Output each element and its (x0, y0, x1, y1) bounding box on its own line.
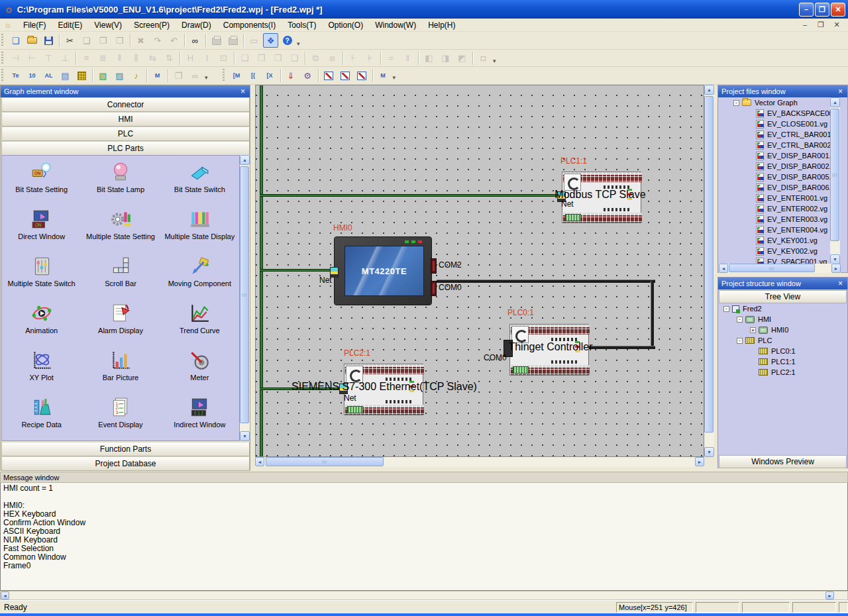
project-structure-window-title[interactable]: Project structure window × (718, 278, 847, 289)
tree-item-plc1-1[interactable]: PLC1:1 (719, 356, 847, 367)
message-window-hscrollbar[interactable]: ◄ ► (0, 591, 848, 600)
tree-item-hmi0[interactable]: +HMI0 (719, 325, 847, 335)
note-tag-button[interactable]: ▤ (58, 68, 73, 83)
expand-icon[interactable]: + (750, 327, 756, 333)
menu-file[interactable]: File(F) (17, 19, 52, 31)
section-function-parts[interactable]: Function Parts (1, 442, 250, 456)
part-multiple-state-switch[interactable]: Multiple State Switch (2, 251, 81, 298)
restore-button[interactable]: ❐ (815, 3, 829, 17)
part-recipe-data[interactable]: Recipe Data (2, 392, 81, 439)
macro-button[interactable]: M (150, 68, 165, 83)
part-multiple-state-display[interactable]: Multiple State Display (160, 204, 239, 251)
macro-window-button[interactable]: M (376, 68, 391, 83)
toolbar-grip[interactable] (223, 69, 227, 82)
tree-item-plc2-1[interactable]: PLC2:1 (719, 367, 847, 378)
help-button[interactable]: ? (280, 33, 295, 48)
collapse-icon[interactable]: - (733, 100, 739, 106)
menu-option[interactable]: Option(O) (323, 19, 370, 31)
part-bar-picture[interactable]: Bar Picture (81, 345, 160, 392)
part-trend-curve[interactable]: Trend Curve (160, 298, 239, 345)
toolbar-grip[interactable] (1, 34, 5, 47)
mdi-restore-button[interactable]: ❐ (816, 21, 825, 29)
com2-port-hmi0[interactable] (431, 258, 437, 274)
file-item[interactable]: EV_CTRL_BAR002.vg (719, 140, 830, 150)
tree-item-fred2[interactable]: -Fred2 (719, 303, 847, 314)
setup-button[interactable]: ⚙ (300, 68, 315, 83)
minimize-button[interactable]: – (799, 3, 814, 17)
canvas-hscrollbar[interactable]: ◄ ||| ► (255, 457, 704, 467)
direct-simulate-button[interactable]: [X (262, 68, 278, 83)
section-connector[interactable]: Connector (1, 97, 250, 112)
tree-item-hmi[interactable]: -HMI (719, 314, 847, 325)
indirect-simulate-button[interactable]: [( (246, 68, 261, 83)
file-item[interactable]: EV_ENTER002.vg (719, 203, 830, 214)
windows-preview-button[interactable]: Windows Preview (719, 455, 847, 468)
part-meter[interactable]: Meter (160, 345, 239, 392)
file-item[interactable]: EV_KEY001.vg (719, 235, 830, 246)
part-moving-component[interactable]: Moving Component (160, 251, 239, 298)
part-bit-state-switch[interactable]: Bit State Switch (160, 157, 239, 204)
file-item[interactable]: EV_KEY002.vg (719, 246, 830, 256)
new-screen-button[interactable]: ❑ (8, 33, 23, 48)
part-direct-window[interactable]: ONDirect Window (2, 204, 81, 251)
menu-window[interactable]: Window(W) (369, 19, 422, 31)
toolbar-overflow-chevron-icon[interactable]: ▾ (297, 40, 300, 49)
data-log-button[interactable] (321, 68, 337, 83)
part-animation[interactable]: Animation (2, 298, 81, 345)
part-xy-plot[interactable]: XY Plot (2, 345, 81, 392)
tree-item-plc0-1[interactable]: PLC0:1 (719, 346, 847, 356)
message-window-body[interactable]: HMI count = 1 HMI0:HEX KeyboardConfirm A… (0, 483, 848, 591)
offline-simulate-button[interactable]: [M (229, 68, 244, 83)
part-indirect-window[interactable]: 0 1 2Indirect Window (160, 392, 239, 439)
close-icon[interactable]: × (239, 88, 246, 95)
canvas-vscrollbar[interactable]: ▲ ▼ (704, 85, 714, 457)
menu-edit[interactable]: Edit(E) (52, 19, 89, 31)
section-project-database[interactable]: Project Database (1, 456, 250, 471)
topology-canvas[interactable]: PLC1:1Modbus TCP SlaveNetHMI0MT4220TENet… (255, 85, 704, 457)
menu-tools[interactable]: Tools(T) (282, 19, 322, 31)
com0-port-hmi0[interactable] (431, 281, 437, 296)
collapse-icon[interactable]: - (737, 338, 743, 344)
function-key-button[interactable] (74, 68, 89, 83)
part-scroll-bar[interactable]: Scroll Bar (81, 251, 160, 298)
project-files-window-title[interactable]: Project files window × (718, 85, 847, 97)
menu-help[interactable]: Help(H) (422, 19, 461, 31)
hmi-device-hmi0[interactable]: MT4220TE (334, 236, 432, 305)
toolbar-overflow-chevron-icon[interactable]: ▾ (393, 74, 396, 83)
tree-item-plc[interactable]: -PLC (719, 335, 847, 346)
save-project-button[interactable] (41, 33, 56, 48)
toolbar-grip[interactable] (1, 52, 5, 65)
tree-view-button[interactable]: Tree View (719, 290, 847, 303)
collapse-icon[interactable]: - (723, 306, 729, 312)
section-hmi[interactable]: HMI (1, 112, 250, 127)
text-display-button[interactable]: AL (41, 68, 56, 83)
file-item[interactable]: EV_ENTER001.vg (719, 193, 830, 203)
menu-components[interactable]: Components(I) (217, 19, 282, 31)
ethernet-branch-line[interactable] (260, 269, 337, 272)
mdi-minimize-button[interactable]: – (800, 21, 810, 29)
part-event-display[interactable]: 1-2-3-Event Display (81, 392, 160, 439)
close-icon[interactable]: × (837, 280, 844, 287)
part-bit-state-setting[interactable]: ONBit State Setting (2, 157, 81, 204)
project-files-vscrollbar[interactable]: ▲ ||| ▼ (830, 97, 840, 264)
history-data-button[interactable] (338, 68, 353, 83)
collapse-icon[interactable]: - (737, 317, 743, 323)
menu-view[interactable]: View(V) (88, 19, 128, 31)
part-multiple-state-setting[interactable]: Multiple State Setting (81, 204, 160, 251)
toolbar-grip[interactable] (1, 69, 5, 82)
file-item[interactable]: EV_BACKSPACE001.vg (719, 108, 830, 119)
history-event-button[interactable] (354, 68, 370, 83)
part-alarm-display[interactable]: Alarm Display (81, 298, 160, 345)
section-plc-parts[interactable]: PLC Parts (1, 141, 250, 156)
serial-cable-segment[interactable] (437, 280, 655, 283)
section-plc[interactable]: PLC (1, 127, 250, 141)
file-item[interactable]: EV_ENTER004.vg (719, 225, 830, 235)
open-project-button[interactable] (25, 33, 40, 48)
close-icon[interactable]: × (837, 88, 844, 95)
file-item[interactable]: EV_CLOSE001.vg (719, 119, 830, 129)
add-graphic-button[interactable]: ▧ (95, 68, 111, 83)
serial-cable-segment[interactable] (651, 281, 654, 347)
cut-button[interactable]: ✂ (62, 33, 78, 48)
mdi-close-button[interactable]: ✕ (832, 21, 841, 29)
graphic-button[interactable]: ▨ (112, 68, 127, 83)
